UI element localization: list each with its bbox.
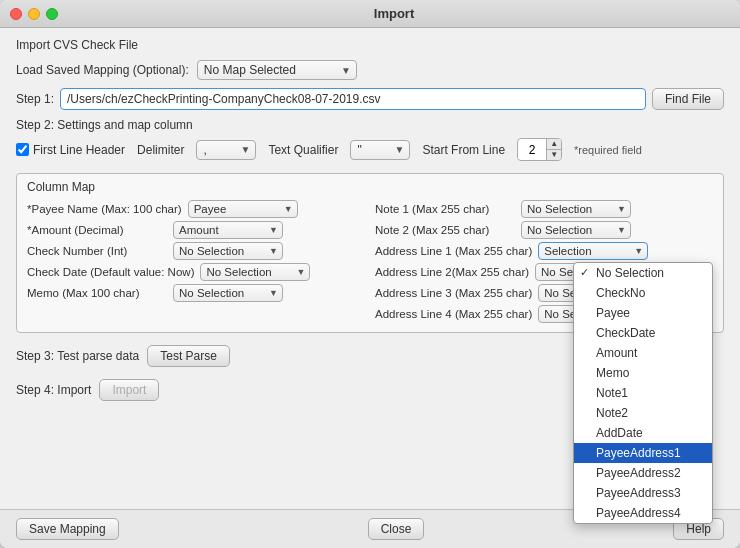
field-row-check-number: Check Number (Int) No Selection ▼ bbox=[27, 242, 365, 260]
left-column: *Payee Name (Max: 100 char) Payee ▼ *Amo… bbox=[27, 200, 365, 326]
start-from-line-input[interactable]: ▲ ▼ bbox=[517, 138, 562, 161]
load-mapping-row: Load Saved Mapping (Optional): No Map Se… bbox=[16, 60, 724, 80]
field-row-address1: Address Line 1 (Max 255 char) Selection … bbox=[375, 242, 713, 260]
columns-grid: *Payee Name (Max: 100 char) Payee ▼ *Amo… bbox=[27, 200, 713, 326]
load-mapping-value: No Map Selected bbox=[204, 63, 296, 77]
note2-arrow-icon: ▼ bbox=[617, 225, 626, 235]
minimize-button[interactable] bbox=[28, 8, 40, 20]
memo-arrow-icon: ▼ bbox=[269, 288, 278, 298]
check-number-value: No Selection bbox=[179, 245, 244, 257]
delimiter-value: , bbox=[203, 143, 206, 157]
note1-arrow-icon: ▼ bbox=[617, 204, 626, 214]
address4-label: Address Line 4 (Max 255 char) bbox=[375, 308, 532, 320]
step3-label: Step 3: Test parse data bbox=[16, 349, 139, 363]
payee-name-value: Payee bbox=[194, 203, 227, 215]
payee-name-arrow-icon: ▼ bbox=[284, 204, 293, 214]
start-from-line-label: Start From Line bbox=[422, 143, 505, 157]
window-title: Import bbox=[58, 6, 730, 21]
amount-label: *Amount (Decimal) bbox=[27, 224, 167, 236]
window-subtitle: Import CVS Check File bbox=[16, 38, 724, 52]
titlebar: Import bbox=[0, 0, 740, 28]
traffic-lights bbox=[10, 8, 58, 20]
check-number-arrow-icon: ▼ bbox=[269, 246, 278, 256]
column-map-title: Column Map bbox=[27, 180, 713, 194]
field-row-payee: *Payee Name (Max: 100 char) Payee ▼ bbox=[27, 200, 365, 218]
start-from-line-value[interactable] bbox=[518, 141, 546, 159]
first-line-header-text: First Line Header bbox=[33, 143, 125, 157]
payee-name-label: *Payee Name (Max: 100 char) bbox=[27, 203, 182, 215]
find-file-button[interactable]: Find File bbox=[652, 88, 724, 110]
step4-label: Step 4: Import bbox=[16, 383, 91, 397]
address1-dropdown: No Selection CheckNo Payee CheckDate Amo… bbox=[573, 262, 713, 524]
load-mapping-label: Load Saved Mapping (Optional): bbox=[16, 63, 189, 77]
field-row-note1: Note 1 (Max 255 char) No Selection ▼ bbox=[375, 200, 713, 218]
dropdown-item-adddate[interactable]: AddDate bbox=[574, 423, 712, 443]
text-qualifier-value: " bbox=[357, 143, 361, 157]
close-button-bottom[interactable]: Close bbox=[368, 518, 425, 540]
file-path-input[interactable] bbox=[60, 88, 646, 110]
dropdown-item-payeeaddress4[interactable]: PayeeAddress4 bbox=[574, 503, 712, 523]
spinner-buttons[interactable]: ▲ ▼ bbox=[546, 139, 561, 160]
step1-label: Step 1: bbox=[16, 92, 54, 106]
memo-label: Memo (Max 100 char) bbox=[27, 287, 167, 299]
import-button[interactable]: Import bbox=[99, 379, 159, 401]
memo-select[interactable]: No Selection ▼ bbox=[173, 284, 283, 302]
address3-label: Address Line 3 (Max 255 char) bbox=[375, 287, 532, 299]
address1-arrow-icon: ▼ bbox=[634, 246, 643, 256]
dropdown-item-checkdate[interactable]: CheckDate bbox=[574, 323, 712, 343]
save-mapping-button[interactable]: Save Mapping bbox=[16, 518, 119, 540]
settings-row: First Line Header Delimiter , ▼ Text Qua… bbox=[16, 134, 724, 165]
dropdown-item-memo[interactable]: Memo bbox=[574, 363, 712, 383]
check-date-value: No Selection bbox=[206, 266, 271, 278]
address1-label: Address Line 1 (Max 255 char) bbox=[375, 245, 532, 257]
text-qualifier-label: Text Qualifier bbox=[268, 143, 338, 157]
delimiter-select[interactable]: , ▼ bbox=[196, 140, 256, 160]
dropdown-item-payeeaddress2[interactable]: PayeeAddress2 bbox=[574, 463, 712, 483]
note1-select[interactable]: No Selection ▼ bbox=[521, 200, 631, 218]
delimiter-label: Delimiter bbox=[137, 143, 184, 157]
check-number-label: Check Number (Int) bbox=[27, 245, 167, 257]
check-date-label: Check Date (Default value: Now) bbox=[27, 266, 194, 278]
first-line-header-checkbox[interactable] bbox=[16, 143, 29, 156]
spinner-up-icon[interactable]: ▲ bbox=[547, 139, 561, 150]
dropdown-item-payeeaddress3[interactable]: PayeeAddress3 bbox=[574, 483, 712, 503]
text-qualifier-select[interactable]: " ▼ bbox=[350, 140, 410, 160]
address1-select[interactable]: Selection ▼ bbox=[538, 242, 648, 260]
amount-select[interactable]: Amount ▼ bbox=[173, 221, 283, 239]
dropdown-item-payee[interactable]: Payee bbox=[574, 303, 712, 323]
amount-arrow-icon: ▼ bbox=[269, 225, 278, 235]
note2-label: Note 2 (Max 255 char) bbox=[375, 224, 515, 236]
note2-value: No Selection bbox=[527, 224, 592, 236]
dropdown-item-note1[interactable]: Note1 bbox=[574, 383, 712, 403]
dropdown-item-note2[interactable]: Note2 bbox=[574, 403, 712, 423]
note2-select[interactable]: No Selection ▼ bbox=[521, 221, 631, 239]
maximize-button[interactable] bbox=[46, 8, 58, 20]
column-map-box: Column Map *Payee Name (Max: 100 char) P… bbox=[16, 173, 724, 333]
dropdown-item-noselection[interactable]: No Selection bbox=[574, 263, 712, 283]
check-number-select[interactable]: No Selection ▼ bbox=[173, 242, 283, 260]
payee-name-select[interactable]: Payee ▼ bbox=[188, 200, 298, 218]
dropdown-item-checkno[interactable]: CheckNo bbox=[574, 283, 712, 303]
note1-value: No Selection bbox=[527, 203, 592, 215]
test-parse-button[interactable]: Test Parse bbox=[147, 345, 230, 367]
required-field-note: *required field bbox=[574, 144, 642, 156]
dropdown-item-amount[interactable]: Amount bbox=[574, 343, 712, 363]
load-mapping-select[interactable]: No Map Selected ▼ bbox=[197, 60, 357, 80]
step1-row: Step 1: Find File bbox=[16, 88, 724, 110]
load-mapping-arrow-icon: ▼ bbox=[341, 65, 351, 76]
right-column: Note 1 (Max 255 char) No Selection ▼ Not… bbox=[375, 200, 713, 326]
dropdown-item-payeeaddress1[interactable]: PayeeAddress1 bbox=[574, 443, 712, 463]
content-area: Import CVS Check File Load Saved Mapping… bbox=[0, 28, 740, 509]
spinner-down-icon[interactable]: ▼ bbox=[547, 150, 561, 160]
check-date-select[interactable]: No Selection ▼ bbox=[200, 263, 310, 281]
address2-label: Address Line 2(Max 255 char) bbox=[375, 266, 529, 278]
close-button[interactable] bbox=[10, 8, 22, 20]
first-line-header-label[interactable]: First Line Header bbox=[16, 143, 125, 157]
field-row-memo: Memo (Max 100 char) No Selection ▼ bbox=[27, 284, 365, 302]
field-row-check-date: Check Date (Default value: Now) No Selec… bbox=[27, 263, 365, 281]
memo-value: No Selection bbox=[179, 287, 244, 299]
delimiter-arrow-icon: ▼ bbox=[240, 144, 250, 155]
main-window: Import Import CVS Check File Load Saved … bbox=[0, 0, 740, 548]
field-row-note2: Note 2 (Max 255 char) No Selection ▼ bbox=[375, 221, 713, 239]
step2-label: Step 2: Settings and map column bbox=[16, 118, 724, 132]
